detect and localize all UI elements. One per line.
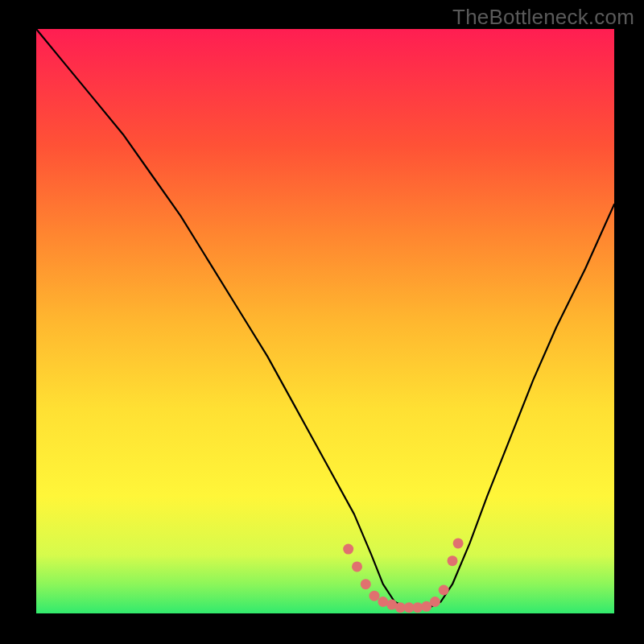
highlight-dot [439, 585, 449, 596]
plot-background [36, 29, 614, 613]
highlight-dot [453, 538, 464, 548]
highlight-dot [369, 591, 380, 601]
watermark-label: TheBottleneck.com [452, 5, 634, 30]
highlight-dot [343, 544, 353, 555]
chart-container: TheBottleneck.com [0, 0, 644, 644]
highlight-dot [430, 597, 440, 607]
highlight-dot [448, 555, 458, 566]
highlight-dot [352, 561, 362, 572]
bottleneck-chart [0, 0, 644, 644]
highlight-dot [361, 579, 371, 589]
